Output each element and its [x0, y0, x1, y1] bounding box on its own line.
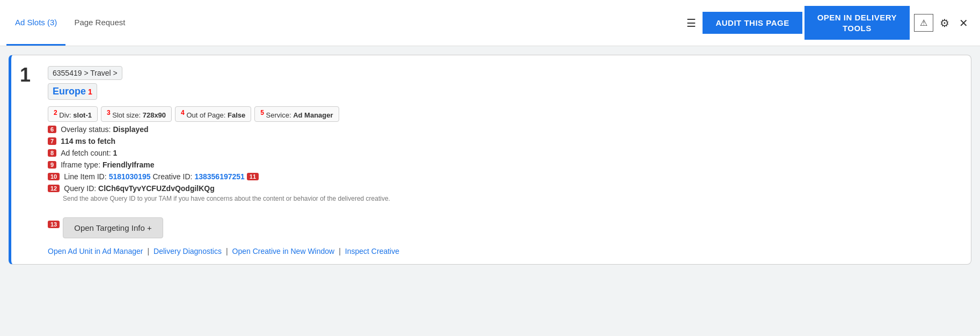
targeting-num: 13: [48, 221, 60, 228]
fetch-ms-label: 114 ms to fetch: [61, 137, 115, 145]
header: Ad Slots (3) Page Request ☰ AUDIT THIS P…: [0, 0, 980, 46]
slot-path: 6355419 > Travel >: [48, 66, 122, 80]
gear-icon-button[interactable]: ⚙: [935, 13, 954, 33]
slot-body: 6355419 > Travel > Europe 1 2 Div: slot-…: [48, 66, 960, 255]
service-value: Ad Manager: [293, 111, 333, 119]
fetch-count-row: 8 Ad fetch count: 1: [48, 149, 960, 157]
open-delivery-tools-button[interactable]: OPEN IN DELIVERY TOOLS: [805, 6, 910, 40]
line-item-label: Line Item ID:: [64, 172, 106, 181]
overlay-label: Overlay status:: [61, 125, 111, 134]
open-ad-unit-link[interactable]: Open Ad Unit in Ad Manager: [48, 247, 143, 255]
service-badge: 5 Service: Ad Manager: [254, 106, 339, 122]
inspect-creative-link[interactable]: Inspect Creative: [345, 247, 399, 255]
div-badge: 2 Div: slot-1: [48, 106, 98, 122]
query-id-num: 12: [48, 185, 60, 192]
fetch-ms-row: 7 114 ms to fetch: [48, 137, 960, 145]
badge-num-2: 2: [54, 109, 57, 116]
close-icon-button[interactable]: ✕: [955, 13, 972, 33]
audit-page-button[interactable]: AUDIT THIS PAGE: [703, 12, 802, 34]
sep-3: |: [339, 247, 341, 255]
ad-slot-card: 1 6355419 > Travel > Europe 1 2 Div: slo…: [9, 55, 971, 265]
overlay-row: 6 Overlay status: Displayed: [48, 125, 960, 134]
tab-ad-slots[interactable]: Ad Slots (3): [6, 0, 65, 46]
out-of-page-badge: 4 Out of Page: False: [175, 106, 251, 122]
div-label: Div:: [59, 111, 71, 119]
iframe-type-num: 9: [48, 161, 56, 169]
tab-page-request[interactable]: Page Request: [65, 0, 134, 46]
badge-num-5: 5: [260, 109, 264, 116]
slot-name-container: Europe 1: [48, 83, 97, 100]
slot-name-name-row: Europe 1: [48, 83, 960, 102]
hamburger-icon[interactable]: ☰: [680, 12, 703, 34]
sep-1: |: [147, 247, 149, 255]
footer-links: Open Ad Unit in Ad Manager | Delivery Di…: [48, 247, 960, 255]
overlay-value: Displayed: [113, 125, 149, 134]
fetch-ms-num: 7: [48, 137, 56, 145]
query-note: Send the above Query ID to your TAM if y…: [63, 195, 960, 202]
main-content: 1 6355419 > Travel > Europe 1 2 Div: slo…: [0, 46, 980, 273]
slot-number: 1: [20, 64, 31, 86]
creative-num: 11: [247, 173, 259, 180]
iframe-type-label: Iframe type: FriendlyIframe: [61, 160, 154, 169]
out-of-page-label: Out of Page:: [186, 111, 225, 119]
delivery-diagnostics-link[interactable]: Delivery Diagnostics: [153, 247, 222, 255]
line-item-id[interactable]: 5181030195: [109, 172, 151, 181]
fetch-count-label: Ad fetch count: 1: [61, 149, 117, 157]
sep-2: |: [226, 247, 228, 255]
slot-size-label: Slot size:: [112, 111, 141, 119]
slot-size-value: 728x90: [143, 111, 166, 119]
line-item-num: 10: [48, 173, 60, 180]
out-of-page-value: False: [228, 111, 245, 119]
creative-id[interactable]: 138356197251: [194, 172, 244, 181]
open-creative-new-window-link[interactable]: Open Creative in New Window: [232, 247, 335, 255]
slot-name: Europe: [53, 86, 86, 97]
slot-name-num: 1: [88, 87, 92, 96]
info-badges-row: 2 Div: slot-1 3 Slot size: 728x90 4 Out …: [48, 106, 960, 122]
open-targeting-info-button[interactable]: Open Targeting Info +: [63, 217, 163, 238]
query-id-label: Query ID: ClCh6qvTyvYCFUZdvQodgilKQg: [64, 184, 215, 193]
creative-id-label: Creative ID:: [153, 172, 193, 181]
iframe-type-row: 9 Iframe type: FriendlyIframe: [48, 160, 960, 169]
message-icon-button[interactable]: ⚠: [914, 14, 933, 32]
slot-size-badge: 3 Slot size: 728x90: [101, 106, 172, 122]
slot-name-row: 6355419 > Travel >: [48, 66, 960, 82]
badge-num-4: 4: [181, 109, 185, 116]
badge-num-3: 3: [107, 109, 111, 116]
overlay-num: 6: [48, 126, 56, 133]
line-item-row: 10 Line Item ID: 5181030195 Creative ID:…: [48, 172, 960, 181]
query-id-row: 12 Query ID: ClCh6qvTyvYCFUZdvQodgilKQg: [48, 184, 960, 193]
div-value: slot-1: [73, 111, 92, 119]
service-label: Service:: [266, 111, 291, 119]
tab-bar: Ad Slots (3) Page Request: [6, 0, 680, 46]
fetch-count-num: 8: [48, 149, 56, 157]
